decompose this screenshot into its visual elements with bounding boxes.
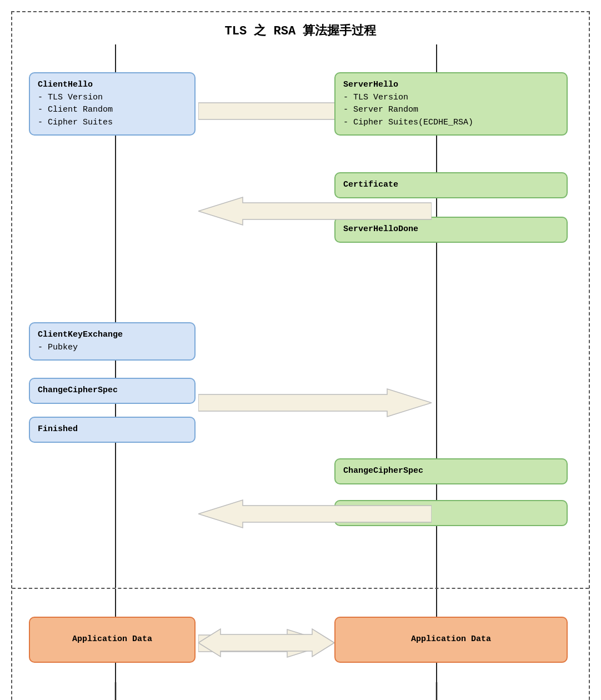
arrow-down-server: [432, 682, 442, 700]
svg-marker-6: [198, 629, 334, 657]
svg-marker-1: [198, 197, 432, 225]
client-app-data-box: Application Data: [29, 617, 196, 663]
client-finished-box: Finished: [29, 417, 196, 443]
app-data-area: Application Data Application Data: [12, 589, 589, 700]
arrow-down-client: [111, 682, 121, 700]
server-app-data-box: Application Data: [334, 617, 568, 663]
diagram-title: TLS 之 RSA 算法握手过程: [12, 12, 589, 44]
svg-marker-3: [198, 500, 432, 528]
client-change-cipher-spec-box: ChangeCipherSpec: [29, 378, 196, 404]
handshake-area: ClientHello - TLS Version - Client Rando…: [12, 44, 589, 589]
arrow-server-to-client-2: [198, 497, 432, 531]
arrow-server-to-client-1: [198, 194, 432, 228]
svg-marker-2: [198, 389, 432, 417]
client-key-exchange-box: ClientKeyExchange - Pubkey: [29, 322, 196, 361]
arrow-client-to-server-2: [198, 386, 432, 419]
server-hello-box: ServerHello - TLS Version - Server Rando…: [334, 72, 568, 136]
server-change-cipher-spec-box: ChangeCipherSpec: [334, 458, 568, 484]
arrow-app-data-double: [198, 627, 334, 659]
client-hello-box: ClientHello - TLS Version - Client Rando…: [29, 72, 196, 136]
diagram-wrapper: TLS 之 RSA 算法握手过程 ClientHello - TLS Versi…: [11, 11, 590, 700]
